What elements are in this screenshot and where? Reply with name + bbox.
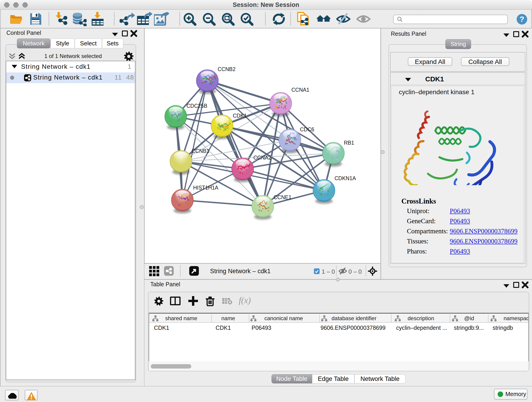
svg-text:HIST1H1A: HIST1H1A <box>193 185 219 191</box>
svg-text:CCNA2: CCNA2 <box>253 155 271 161</box>
svg-text:RB1: RB1 <box>344 140 354 146</box>
svg-text:CDKN1A: CDKN1A <box>335 175 356 181</box>
svg-text:CCNB2: CCNB2 <box>218 66 235 72</box>
svg-text:CDC6: CDC6 <box>300 127 314 133</box>
svg-text:CCNE1: CCNE1 <box>273 194 291 200</box>
svg-text:CCNA1: CCNA1 <box>291 87 309 93</box>
svg-text:?: ? <box>520 15 525 23</box>
svg-text:CCNB1: CCNB1 <box>191 148 209 154</box>
svg-text:CDC25B: CDC25B <box>186 103 207 109</box>
svg-text:CDK1: CDK1 <box>233 113 247 119</box>
